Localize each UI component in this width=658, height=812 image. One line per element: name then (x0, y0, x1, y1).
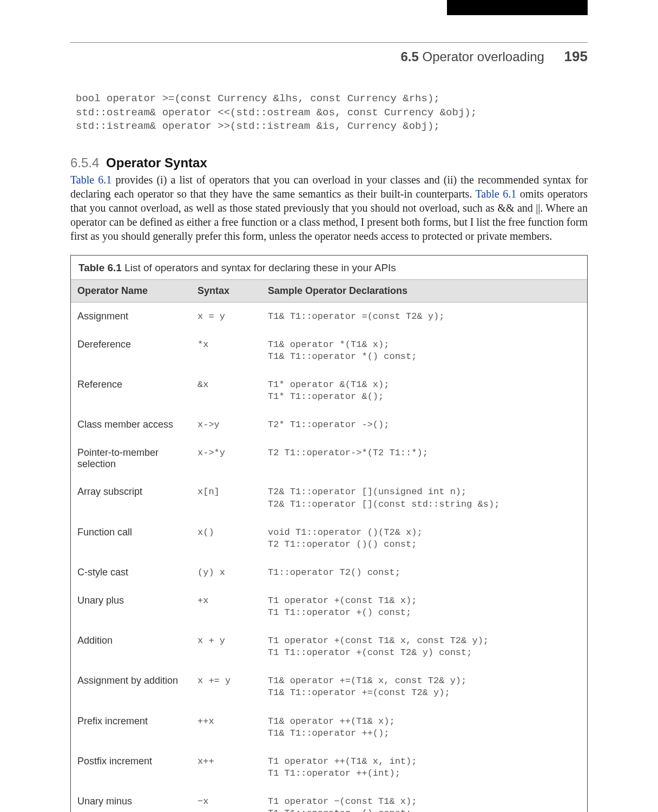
th-syntax: Syntax (195, 280, 266, 302)
td-operator-name: Class member access (71, 415, 195, 435)
table-link[interactable]: Table 6.1 (70, 174, 111, 186)
th-operator-name: Operator Name (71, 280, 195, 302)
td-declaration: T1& operator +=(T1& x, const T2& y); T1&… (266, 671, 587, 703)
td-operator-name: Addition (71, 631, 195, 651)
table-row: Class member accessx->yT2* T1::operator … (71, 411, 587, 439)
table-caption-label: Table 6.1 (78, 262, 122, 273)
td-declaration: T1* operator &(T1& x); T1* T1::operator … (266, 375, 587, 407)
td-syntax: −x (195, 791, 266, 812)
subsection-number: 6.5.4 (70, 155, 99, 170)
td-syntax: *x (195, 335, 266, 355)
table-link[interactable]: Table 6.1 (476, 188, 517, 200)
td-syntax: x->y (195, 415, 266, 435)
td-declaration: T1& operator ++(T1& x); T1& T1::operator… (266, 711, 587, 744)
page: 6.5 Operator overloading 195 bool operat… (0, 0, 658, 812)
code-sample-top: bool operator >=(const Currency &lhs, co… (76, 92, 588, 134)
table-row: Dereference*xT1& operator *(T1& x); T1& … (71, 331, 587, 371)
td-declaration: T2* T1::operator ->(); (266, 415, 587, 435)
td-declaration: T1& operator *(T1& x); T1& T1::operator … (266, 335, 587, 367)
table-row: Prefix increment++xT1& operator ++(T1& x… (71, 708, 587, 748)
td-declaration: void T1::operator ()(T2& x); T2 T1::oper… (266, 522, 587, 555)
td-syntax: +x (195, 591, 266, 611)
table-row: Assignmentx = yT1& T1::operator =(const … (71, 303, 587, 331)
table-row: Additionx + yT1 operator +(const T1& x, … (71, 627, 587, 667)
td-syntax: x() (195, 522, 266, 543)
table-row: Array subscriptx[n]T2& T1::operator [](u… (71, 478, 587, 518)
td-syntax: x[n] (195, 482, 266, 502)
td-operator-name: C-style cast (71, 562, 195, 582)
table-caption: Table 6.1 List of operators and syntax f… (71, 256, 587, 279)
td-operator-name: Function call (71, 522, 195, 542)
td-syntax: ++x (195, 711, 266, 732)
td-declaration: T1 operator +(const T1& x, const T2& y);… (266, 631, 587, 663)
table-row: Reference&xT1* operator &(T1& x); T1* T1… (71, 371, 587, 411)
table-row: Assignment by additionx += yT1& operator… (71, 667, 587, 707)
td-operator-name: Prefix increment (71, 711, 195, 731)
td-syntax: x = y (195, 306, 266, 327)
td-declaration: T1 operator −(const T1& x); T1 T1::opera… (266, 791, 587, 812)
subsection-heading: 6.5.4 Operator Syntax (70, 155, 588, 171)
table-row: Pointer-to-member selectionx->*yT2 T1::o… (71, 439, 587, 478)
td-operator-name: Unary plus (71, 591, 195, 611)
td-syntax: x + y (195, 631, 266, 651)
td-syntax: &x (195, 375, 266, 395)
td-syntax: x->*y (195, 443, 266, 463)
th-declarations: Sample Operator Declarations (266, 280, 587, 302)
body-paragraph: Table 6.1 provides (i) a list of operato… (70, 173, 588, 243)
running-head: 6.5 Operator overloading 195 (70, 48, 588, 65)
td-operator-name: Assignment by addition (71, 671, 195, 691)
page-number: 195 (564, 48, 588, 64)
td-operator-name: Unary minus (71, 791, 195, 811)
td-declaration: T2 T1::operator->*(T2 T1::*); (266, 443, 587, 463)
subsection-title: Operator Syntax (106, 155, 207, 170)
chapter-tab (447, 0, 588, 15)
section-title: Operator overloading (422, 49, 544, 64)
td-declaration: T1::operator T2() const; (266, 562, 587, 583)
table-row: Unary plus+xT1 operator +(const T1& x); … (71, 587, 587, 627)
table-row: Postfix incrementx++T1 operator ++(T1& x… (71, 748, 587, 788)
td-syntax: (y) x (195, 562, 266, 583)
table-caption-text: List of operators and syntax for declari… (122, 262, 396, 273)
td-operator-name: Array subscript (71, 482, 195, 502)
td-operator-name: Postfix increment (71, 751, 195, 771)
td-declaration: T2& T1::operator [](unsigned int n); T2&… (266, 482, 587, 514)
table-row: Unary minus−xT1 operator −(const T1& x);… (71, 788, 587, 812)
td-operator-name: Pointer-to-member selection (71, 443, 195, 474)
table-row: Function callx()void T1::operator ()(T2&… (71, 519, 587, 559)
td-operator-name: Assignment (71, 306, 195, 326)
operator-table: Table 6.1 List of operators and syntax f… (70, 255, 588, 812)
table-header-row: Operator Name Syntax Sample Operator Dec… (71, 279, 587, 303)
td-operator-name: Dereference (71, 335, 195, 355)
td-declaration: T1 operator +(const T1& x); T1 T1::opera… (266, 591, 587, 623)
td-operator-name: Reference (71, 375, 195, 395)
td-declaration: T1& T1::operator =(const T2& y); (266, 306, 587, 327)
td-syntax: x += y (195, 671, 266, 691)
td-declaration: T1 operator ++(T1& x, int); T1 T1::opera… (266, 751, 587, 784)
section-number: 6.5 (400, 49, 418, 64)
table-row: C-style cast(y) xT1::operator T2() const… (71, 559, 587, 587)
top-rule (70, 27, 588, 43)
td-syntax: x++ (195, 751, 266, 772)
table-body: Assignmentx = yT1& T1::operator =(const … (71, 303, 587, 812)
